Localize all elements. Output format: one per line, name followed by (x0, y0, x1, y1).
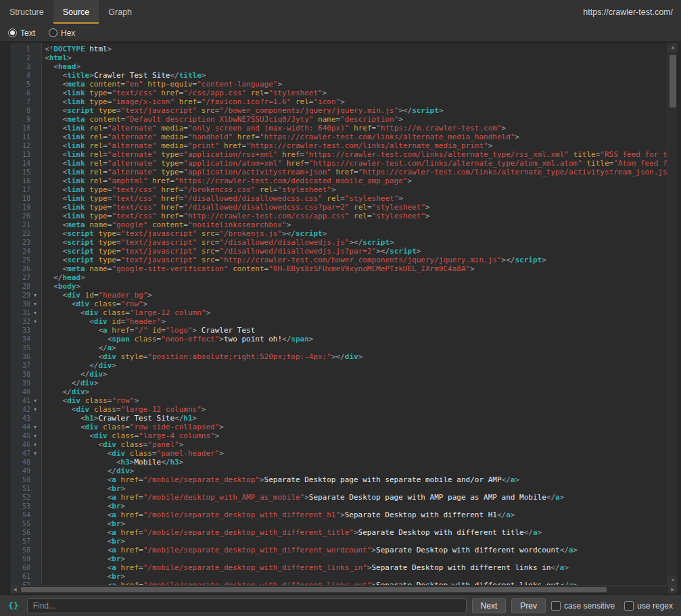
gutter-row: 45▾ (10, 431, 41, 440)
radio-hex[interactable]: Hex (49, 28, 75, 38)
code-line: <br> (45, 554, 667, 563)
line-number: 3 (10, 63, 30, 70)
collapse-chevron-icon[interactable]: ▾ (30, 317, 40, 326)
code-line: </div> (45, 361, 667, 370)
gutter-row: 24 (10, 247, 41, 256)
line-number: 30 (10, 300, 30, 308)
code-line: <meta content="Default description XlbwN… (45, 115, 667, 124)
gutter-row: 50 (10, 475, 41, 484)
line-number: 60 (10, 564, 30, 571)
checkbox-use-regex[interactable]: use regex (624, 601, 673, 611)
line-number: 25 (10, 256, 30, 264)
gutter-row: 7 (10, 97, 41, 106)
code-line: <h3>Mobile</h3> (45, 458, 667, 467)
radio-label: Text (20, 28, 35, 38)
line-number: 15 (10, 168, 30, 176)
gutter-row: 12 (10, 141, 41, 150)
source-viewer: 1234567891011121314151617181920212223242… (9, 42, 678, 594)
collapse-chevron-icon[interactable]: ▾ (30, 440, 40, 449)
scroll-down-arrow-icon[interactable]: ▼ (668, 575, 678, 585)
gutter-row: 21 (10, 220, 41, 229)
line-number: 53 (10, 502, 30, 510)
line-number: 11 (10, 133, 30, 141)
collapse-chevron-icon[interactable]: ▾ (30, 423, 40, 431)
code-line: <div id="header_bg"> (45, 291, 667, 300)
gutter-row: 26 (10, 264, 41, 273)
line-number: 49 (10, 467, 30, 475)
editor-container: 1234567891011121314151617181920212223242… (0, 42, 681, 594)
gutter-row: 31▾ (10, 308, 41, 317)
code-line: <script type="text/javascript" src="/dis… (45, 247, 667, 256)
collapse-chevron-icon[interactable]: ▾ (30, 300, 40, 308)
collapse-chevron-icon[interactable]: ▾ (30, 449, 40, 458)
line-number: 41 (10, 397, 30, 404)
checkbox-case-sensitive[interactable]: case sensitive (551, 601, 615, 611)
line-number: 13 (10, 151, 30, 158)
gutter-row: 39 (10, 379, 41, 387)
gutter-row: 17 (10, 185, 41, 194)
code-line: <script type="text/javascript" src="/bow… (45, 106, 667, 115)
tab-list: StructureSourceGraph (0, 0, 141, 24)
line-number: 61 (10, 573, 30, 580)
tab-source[interactable]: Source (53, 0, 99, 24)
line-number: 4 (10, 72, 30, 79)
radio-circle-icon (8, 28, 17, 37)
vertical-scroll-thumb[interactable] (670, 55, 676, 108)
find-next-button[interactable]: Next (472, 598, 507, 613)
tab-structure[interactable]: Structure (0, 0, 53, 24)
format-braces-button[interactable]: {} (5, 599, 22, 612)
line-number: 48 (10, 458, 30, 466)
gutter-row: 29▾ (10, 291, 41, 300)
line-number: 51 (10, 485, 30, 492)
collapse-chevron-icon[interactable]: ▾ (30, 405, 40, 414)
code-line: <h1>Crawler Test Site</h1> (45, 414, 667, 423)
code-line: </div> (45, 379, 667, 387)
scroll-left-arrow-icon[interactable]: ◀ (10, 586, 20, 594)
gutter-row: 34 (10, 335, 41, 343)
code-content[interactable]: <!DOCTYPE html><html> <head> <title>Craw… (42, 43, 667, 585)
line-number: 38 (10, 371, 30, 378)
tab-graph[interactable]: Graph (99, 0, 141, 24)
line-number: 46 (10, 441, 30, 448)
code-line: <link type="text/css" href="/disallowed/… (45, 203, 667, 212)
collapse-chevron-icon[interactable]: ▾ (30, 396, 40, 405)
horizontal-scrollbar[interactable]: ◀ ▶ (10, 585, 678, 594)
scroll-right-arrow-icon[interactable]: ▶ (668, 586, 678, 594)
gutter-row: 25 (10, 256, 41, 264)
gutter-row: 40 (10, 387, 41, 396)
collapse-chevron-icon[interactable]: ▾ (30, 291, 40, 300)
gutter-row: 59 (10, 554, 41, 563)
gutter-row: 20 (10, 212, 41, 220)
gutter-row: 4 (10, 71, 41, 80)
code-line: <div style="position:absolute;right:520p… (45, 352, 667, 361)
find-prev-button[interactable]: Prev (511, 598, 546, 613)
scroll-up-arrow-icon[interactable]: ▲ (668, 43, 678, 52)
collapse-chevron-icon[interactable]: ▾ (30, 431, 40, 440)
find-input[interactable] (27, 598, 467, 613)
vertical-scrollbar[interactable]: ▲ ▼ (667, 43, 678, 585)
line-number: 10 (10, 124, 30, 132)
collapse-chevron-icon[interactable]: ▾ (30, 308, 40, 317)
code-line: <meta content="en" http-equiv="content-l… (45, 80, 667, 89)
code-line: <a href="/" id="logo"> Crawler Test (45, 326, 667, 335)
checkbox-box-icon (551, 601, 561, 611)
gutter-row: 38 (10, 370, 41, 379)
code-line: <link rel="alternate" media="only screen… (45, 124, 667, 133)
line-number: 40 (10, 388, 30, 396)
gutter-row: 44▾ (10, 423, 41, 431)
gutter-row: 49 (10, 467, 41, 475)
line-number: 6 (10, 89, 30, 97)
gutter-row: 37 (10, 361, 41, 370)
code-line: </head> (45, 273, 667, 282)
gutter-row: 60 (10, 563, 41, 572)
gutter-row: 57 (10, 537, 41, 546)
line-number: 5 (10, 80, 30, 88)
gutter-row: 16 (10, 176, 41, 185)
radio-text[interactable]: Text (8, 28, 35, 38)
gutter-row: 58 (10, 546, 41, 554)
line-number: 16 (10, 177, 30, 185)
horizontal-scroll-thumb[interactable] (21, 587, 607, 592)
code-line: <br> (45, 519, 667, 528)
gutter-row: 30▾ (10, 300, 41, 308)
line-number: 45 (10, 432, 30, 440)
